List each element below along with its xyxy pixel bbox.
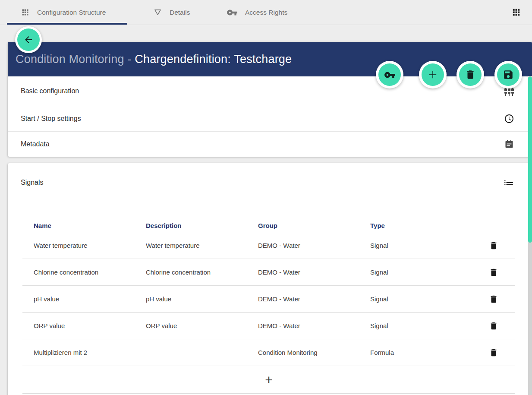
signal-description: ORP value (146, 322, 258, 329)
trash-icon (489, 348, 498, 357)
signal-group: DEMO - Water (258, 269, 370, 276)
delete-signal-button[interactable] (472, 321, 515, 331)
signals-table: Name Description Group Type Water temper… (22, 219, 515, 394)
trash-icon (489, 321, 498, 331)
access-rights-fab[interactable] (376, 61, 403, 88)
signal-row[interactable]: pH value pH value DEMO - Water Signal (22, 286, 515, 313)
signal-row[interactable]: Chlorine concentration Chlorine concentr… (22, 259, 515, 286)
signals-header: Signals (8, 163, 532, 188)
plus-icon: + (265, 373, 273, 386)
list-icon[interactable] (503, 177, 514, 188)
apps-grid-icon (511, 7, 521, 17)
trash-icon (465, 69, 476, 80)
key-icon (227, 7, 238, 18)
signal-group: DEMO - Water (258, 322, 370, 329)
key-icon (384, 69, 396, 81)
signal-description: Chlorine concentration (146, 269, 258, 276)
signal-name: pH value (34, 295, 146, 303)
app-screen: Configuration Structure Details Access R… (0, 0, 532, 395)
column-header-type: Type (370, 222, 472, 229)
signal-group: DEMO - Water (258, 295, 370, 303)
signal-row[interactable]: Water temperature Water temperature DEMO… (22, 232, 515, 259)
signal-row[interactable]: ORP value ORP value DEMO - Water Signal (22, 313, 515, 339)
trash-icon (489, 268, 498, 277)
section-start-stop-settings[interactable]: Start / Stop settings (8, 106, 532, 131)
filter-funnel-icon (153, 8, 162, 17)
signal-type: Signal (370, 295, 472, 303)
delete-signal-button[interactable] (472, 268, 515, 277)
column-header-description: Description (146, 222, 258, 229)
delete-signal-button[interactable] (472, 348, 515, 357)
section-label: Start / Stop settings (21, 115, 81, 123)
signal-description: pH value (146, 295, 258, 303)
signals-title: Signals (21, 179, 43, 186)
tab-label: Configuration Structure (37, 9, 106, 16)
page-title: Condition Monitoring - Chargendefinition… (16, 53, 292, 66)
tab-access-rights[interactable]: Access Rights (227, 0, 287, 25)
plus-icon (427, 69, 439, 81)
tab-label: Details (170, 9, 190, 16)
signal-group: Condition Monitoring (258, 349, 370, 356)
add-signal-button[interactable]: + (22, 366, 515, 394)
tab-label: Access Rights (245, 9, 287, 16)
delete-signal-button[interactable] (472, 241, 515, 250)
signal-name: Chlorine concentration (34, 269, 146, 276)
scrollbar-thumb[interactable] (528, 76, 532, 243)
signal-description: Water temperature (146, 242, 258, 249)
section-label: Basic configuration (21, 87, 79, 95)
signal-row[interactable]: Multiplizieren mit 2 Condition Monitorin… (22, 339, 515, 366)
delete-signal-button[interactable] (472, 294, 515, 304)
signal-name: Water temperature (34, 242, 146, 249)
column-header-name: Name (34, 222, 146, 229)
scrollbar-track[interactable] (528, 76, 532, 395)
add-fab[interactable] (419, 61, 447, 88)
tab-details[interactable]: Details (153, 0, 190, 25)
delete-fab[interactable] (456, 61, 484, 88)
column-header-group: Group (258, 222, 370, 229)
configuration-card: Condition Monitoring - Chargendefinition… (8, 42, 532, 157)
signal-name: Multiplizieren mit 2 (34, 349, 146, 356)
trash-icon (489, 294, 498, 304)
save-fab[interactable] (494, 61, 522, 88)
active-tab-underline (7, 23, 127, 25)
signal-name: ORP value (34, 322, 146, 329)
top-tab-bar: Configuration Structure Details Access R… (0, 0, 532, 25)
page-title-prefix: Condition Monitoring - (16, 53, 135, 66)
trash-icon (489, 241, 498, 250)
apps-grid-icon (21, 8, 30, 17)
signal-type: Signal (370, 269, 472, 276)
section-label: Metadata (21, 140, 50, 148)
signal-type: Formula (370, 349, 472, 356)
signal-type: Signal (370, 322, 472, 329)
page-header: Condition Monitoring - Chargendefinition… (8, 42, 532, 76)
section-basic-configuration[interactable]: Basic configuration (8, 76, 532, 106)
signal-type: Signal (370, 242, 472, 249)
signal-group: DEMO - Water (258, 242, 370, 249)
clock-icon (504, 114, 514, 124)
tab-configuration-structure[interactable]: Configuration Structure (21, 0, 106, 25)
arrow-left-icon (23, 35, 34, 45)
section-metadata[interactable]: Metadata (8, 131, 532, 156)
signals-card: Signals Name Description Group Type Wate… (8, 163, 532, 395)
floppy-disk-icon (503, 69, 514, 80)
signals-table-header: Name Description Group Type (22, 219, 515, 232)
back-button[interactable] (15, 26, 42, 53)
page-title-highlight: Chargendefinition: Testcharge (135, 53, 292, 66)
apps-menu-button[interactable] (511, 7, 521, 17)
calendar-note-icon (504, 139, 514, 149)
